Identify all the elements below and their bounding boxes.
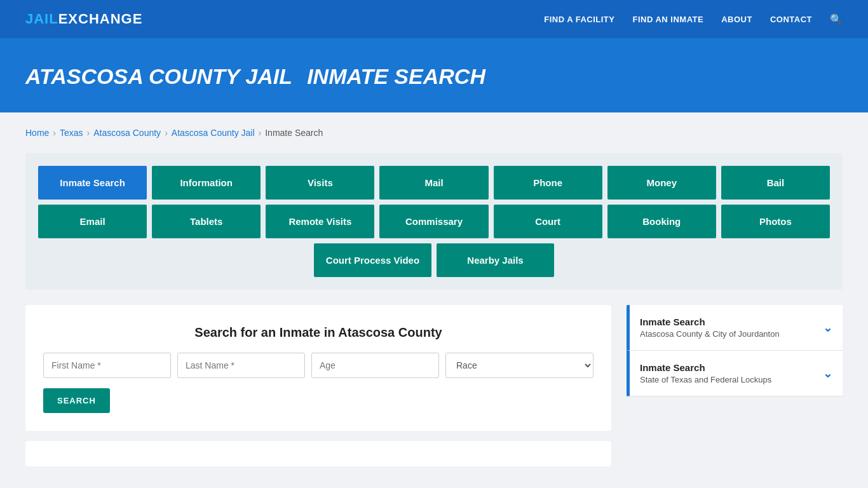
breadcrumb-atascosa-jail[interactable]: Atascosa County Jail: [172, 128, 255, 138]
main-nav: FIND A FACILITY FIND AN INMATE ABOUT CON…: [544, 13, 843, 25]
search-fields: Race White Black Hispanic Asian Other: [43, 353, 593, 378]
breadcrumb-sep-1: ›: [53, 128, 56, 138]
sidebar-card-2-text: Inmate Search State of Texas and Federal…: [640, 362, 771, 384]
nav-find-facility[interactable]: FIND A FACILITY: [544, 15, 614, 24]
hero-subtitle: INMATE SEARCH: [307, 64, 485, 88]
tab-money[interactable]: Money: [607, 166, 716, 200]
sidebar-card-2-subtitle: State of Texas and Federal Lockups: [640, 375, 771, 384]
logo-part1: JAIL: [25, 11, 58, 27]
last-name-input[interactable]: [177, 353, 305, 378]
tab-photos[interactable]: Photos: [721, 205, 830, 238]
tab-court[interactable]: Court: [494, 205, 602, 238]
tab-inmate-search[interactable]: Inmate Search: [38, 166, 147, 200]
bottom-content-area: [25, 441, 611, 466]
tab-phone[interactable]: Phone: [494, 166, 602, 200]
site-logo[interactable]: JAILEXCHANGE: [25, 11, 142, 27]
breadcrumb-home[interactable]: Home: [25, 128, 49, 138]
tab-information[interactable]: Information: [152, 166, 261, 200]
breadcrumb: Home › Texas › Atascosa County › Atascos…: [25, 128, 843, 138]
tab-bail[interactable]: Bail: [721, 166, 830, 200]
tab-visits[interactable]: Visits: [266, 166, 374, 200]
sidebar-card-1-subtitle: Atascosa County & City of Jourdanton: [640, 329, 780, 339]
sidebar: Inmate Search Atascosa County & City of …: [627, 305, 843, 396]
tab-nearby-jails[interactable]: Nearby Jails: [437, 243, 554, 277]
nav-about[interactable]: ABOUT: [721, 15, 752, 24]
page-content: Home › Texas › Atascosa County › Atascos…: [0, 112, 868, 482]
chevron-down-icon: ⌄: [823, 321, 832, 335]
site-header: JAILEXCHANGE FIND A FACILITY FIND AN INM…: [0, 0, 868, 38]
tab-commissary[interactable]: Commissary: [379, 205, 488, 238]
breadcrumb-sep-4: ›: [259, 128, 262, 138]
search-icon[interactable]: 🔍: [830, 13, 843, 25]
sidebar-card-1-text: Inmate Search Atascosa County & City of …: [640, 316, 780, 339]
sidebar-card-1[interactable]: Inmate Search Atascosa County & City of …: [627, 305, 843, 351]
tab-court-process-video[interactable]: Court Process Video: [314, 243, 431, 277]
tabs-row-2: Email Tablets Remote Visits Commissary C…: [38, 205, 830, 238]
breadcrumb-atascosa-county[interactable]: Atascosa County: [93, 128, 161, 138]
breadcrumb-inmate-search: Inmate Search: [265, 128, 323, 138]
sidebar-card-2[interactable]: Inmate Search State of Texas and Federal…: [627, 351, 843, 396]
sidebar-card-1-title: Inmate Search: [640, 316, 780, 327]
age-input[interactable]: [311, 353, 439, 378]
first-name-input[interactable]: [43, 353, 171, 378]
nav-find-inmate[interactable]: FIND AN INMATE: [632, 15, 703, 24]
hero-section: Atascosa County Jail INMATE SEARCH: [0, 38, 868, 112]
sidebar-card-2-title: Inmate Search: [640, 362, 771, 373]
breadcrumb-sep-3: ›: [165, 128, 168, 138]
search-button[interactable]: SEARCH: [43, 388, 110, 413]
tab-tablets[interactable]: Tablets: [152, 205, 261, 238]
search-form-container: Search for an Inmate in Atascosa County …: [25, 305, 611, 431]
search-form-title: Search for an Inmate in Atascosa County: [43, 325, 593, 340]
tabs-container: Inmate Search Information Visits Mail Ph…: [25, 153, 843, 290]
tabs-row-1: Inmate Search Information Visits Mail Ph…: [38, 166, 830, 200]
nav-contact[interactable]: CONTACT: [770, 15, 812, 24]
tab-email[interactable]: Email: [38, 205, 147, 238]
tab-remote-visits[interactable]: Remote Visits: [266, 205, 374, 238]
tabs-row-3: Court Process Video Nearby Jails: [38, 243, 830, 277]
breadcrumb-sep-2: ›: [87, 128, 90, 138]
tab-mail[interactable]: Mail: [379, 166, 488, 200]
breadcrumb-texas[interactable]: Texas: [60, 128, 83, 138]
chevron-down-icon-2: ⌄: [823, 367, 832, 381]
logo-part2: EXCHANGE: [58, 11, 143, 27]
main-layout: Search for an Inmate in Atascosa County …: [25, 305, 843, 466]
page-title: Atascosa County Jail INMATE SEARCH: [25, 61, 843, 90]
race-select[interactable]: Race White Black Hispanic Asian Other: [445, 353, 593, 378]
tab-booking[interactable]: Booking: [607, 205, 716, 238]
